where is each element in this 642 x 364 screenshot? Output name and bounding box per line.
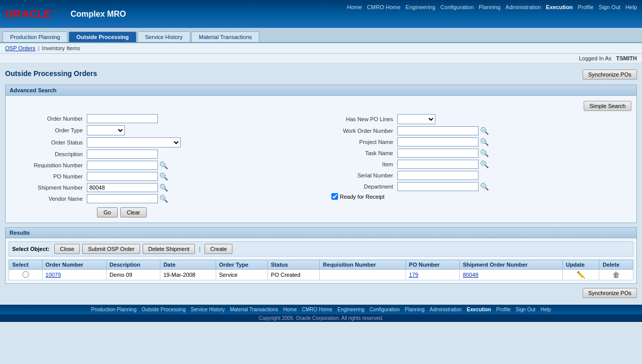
footer-outside-processing[interactable]: Outside Processing <box>142 307 186 312</box>
vendor-search-icon[interactable]: 🔍 <box>159 195 168 203</box>
order-number-link[interactable]: 10079 <box>46 272 61 278</box>
nav-profile[interactable]: Profile <box>578 4 593 10</box>
delete-icon[interactable]: 🗑 <box>613 271 620 279</box>
row-requisition-number <box>320 270 406 280</box>
shipment-number-row: Shipment Number 🔍 <box>16 183 316 192</box>
department-input[interactable] <box>397 182 479 191</box>
footer-administration[interactable]: Administration <box>430 307 462 312</box>
footer-help[interactable]: Help <box>540 307 551 312</box>
simple-search-button[interactable]: Simple Search <box>584 101 631 111</box>
submit-osp-order-button[interactable]: Submit OSP Order <box>82 244 140 254</box>
row-date: 19-Mar-2008 <box>160 270 216 280</box>
item-input[interactable] <box>397 160 479 169</box>
project-name-input[interactable] <box>397 137 479 147</box>
oracle-logo: ORACLE ® <box>5 8 58 20</box>
search-form-grid: Order Number Order Type Service Part Ord… <box>11 114 631 217</box>
breadcrumb-osp-orders[interactable]: OSP Orders <box>5 45 36 51</box>
close-button[interactable]: Close <box>54 244 80 254</box>
tab-service-history[interactable]: Service History <box>138 31 190 42</box>
footer-material-transactions[interactable]: Material Transactions <box>230 307 278 312</box>
create-button[interactable]: Create <box>205 244 232 254</box>
nav-home[interactable]: Home <box>347 4 362 10</box>
nav-engineering[interactable]: Engineering <box>406 4 435 10</box>
row-select-radio[interactable] <box>22 271 29 278</box>
vendor-name-input[interactable] <box>87 194 158 203</box>
order-status-select[interactable]: PO Created Open Closed <box>87 137 181 148</box>
ready-for-receipt-checkbox[interactable] <box>331 193 338 200</box>
shipment-number-input[interactable] <box>87 183 158 192</box>
tab-production-planning[interactable]: Production Planning <box>3 31 67 42</box>
requisition-number-input[interactable] <box>87 161 158 170</box>
footer: Production Planning Outside Processing S… <box>0 305 642 314</box>
row-status: PO Created <box>267 270 320 280</box>
has-new-po-lines-label: Has New PO Lines <box>326 116 397 122</box>
department-search-icon[interactable]: 🔍 <box>480 183 489 191</box>
nav-execution[interactable]: Execution <box>546 4 573 10</box>
page-title: Outside Processing Orders <box>5 69 97 78</box>
po-number-link[interactable]: 179 <box>409 272 418 278</box>
item-search-icon[interactable]: 🔍 <box>480 160 489 168</box>
col-date: Date <box>160 260 216 270</box>
footer-configuration[interactable]: Configuration <box>369 307 399 312</box>
footer-engineering[interactable]: Engineering <box>337 307 364 312</box>
col-order-number: Order Number <box>42 260 106 270</box>
tab-material-transactions[interactable]: Material Transactions <box>191 31 260 42</box>
col-po-number: PO Number <box>406 260 459 270</box>
row-order-type: Service <box>216 270 267 280</box>
col-shipment-order-number: Shipment Order Number <box>459 260 562 270</box>
footer-execution[interactable]: Execution <box>467 307 491 312</box>
row-po-number: 179 <box>406 270 459 280</box>
shipment-order-number-link[interactable]: 80048 <box>463 272 479 278</box>
has-new-po-lines-select[interactable]: Yes No <box>397 114 435 124</box>
footer-profile[interactable]: Profile <box>496 307 511 312</box>
delete-shipment-button[interactable]: Delete Shipment <box>143 244 195 254</box>
sync-button-bottom[interactable]: Synchronize POs <box>583 288 637 298</box>
task-name-input[interactable] <box>397 149 479 158</box>
project-search-icon[interactable]: 🔍 <box>480 138 489 146</box>
nav-administration[interactable]: Administration <box>505 4 541 10</box>
col-update: Update <box>562 260 599 270</box>
footer-service-history[interactable]: Service History <box>191 307 225 312</box>
row-description: Demo 09 <box>106 270 160 280</box>
serial-number-input[interactable] <box>397 171 479 180</box>
header: ORACLE ® Complex MRO Home CMRO Home Engi… <box>0 0 642 28</box>
task-search-icon[interactable]: 🔍 <box>480 149 489 157</box>
order-number-input[interactable] <box>87 114 158 123</box>
department-row: Department 🔍 <box>326 182 627 191</box>
work-order-search-icon[interactable]: 🔍 <box>480 127 489 135</box>
shipment-search-icon[interactable]: 🔍 <box>159 184 168 192</box>
footer-sign-out[interactable]: Sign Out <box>516 307 535 312</box>
requisition-search-icon[interactable]: 🔍 <box>159 161 168 169</box>
nav-help[interactable]: Help <box>625 4 637 10</box>
update-icon[interactable]: ✏️ <box>577 271 585 279</box>
sync-button-top[interactable]: Synchronize POs <box>583 69 637 80</box>
footer-home[interactable]: Home <box>283 307 297 312</box>
description-input[interactable] <box>87 150 158 159</box>
footer-planning[interactable]: Planning <box>405 307 425 312</box>
order-type-select[interactable]: Service Part <box>87 125 125 135</box>
po-number-input[interactable] <box>87 172 158 181</box>
row-order-number: 10079 <box>42 270 106 280</box>
col-status: Status <box>267 260 320 270</box>
clear-button[interactable]: Clear <box>120 207 147 217</box>
button-separator: | <box>199 246 200 252</box>
advanced-search-panel: Advanced Search Simple Search Order Numb… <box>5 85 637 223</box>
po-search-icon[interactable]: 🔍 <box>159 172 168 180</box>
nav-planning[interactable]: Planning <box>479 4 500 10</box>
footer-production-planning[interactable]: Production Planning <box>91 307 137 312</box>
nav-sign-out[interactable]: Sign Out <box>599 4 621 10</box>
nav-cmro-home[interactable]: CMRO Home <box>367 4 400 10</box>
go-button[interactable]: Go <box>97 207 118 217</box>
work-order-number-input[interactable] <box>397 126 479 135</box>
nav-configuration[interactable]: Configuration <box>441 4 474 10</box>
logo-area: ORACLE ® Complex MRO <box>5 8 126 20</box>
order-status-row: Order Status PO Created Open Closed <box>16 137 316 148</box>
item-label: Item <box>326 161 397 167</box>
footer-cmro-home[interactable]: CMRO Home <box>302 307 332 312</box>
tab-outside-processing[interactable]: Outside Processing <box>69 31 136 42</box>
results-panel: Results Select Object: Close Submit OSP … <box>5 227 637 284</box>
work-order-number-label: Work Order Number <box>326 128 397 134</box>
work-order-number-row: Work Order Number 🔍 <box>326 126 627 135</box>
col-requisition-number: Requisition Number <box>320 260 406 270</box>
order-number-row: Order Number <box>16 114 316 123</box>
